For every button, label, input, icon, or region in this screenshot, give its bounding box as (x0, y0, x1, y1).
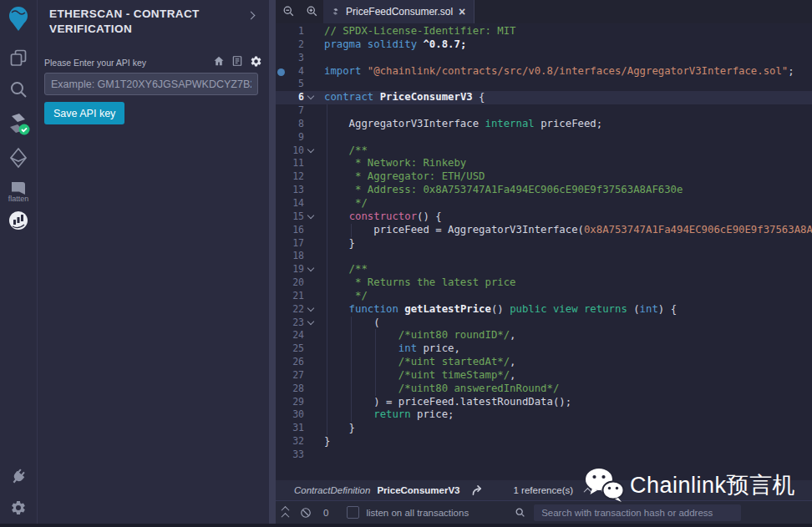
breakpoint-dot[interactable] (277, 68, 285, 76)
line-number: 32 (276, 435, 304, 448)
tab-filename: PriceFeedConsumer.sol (346, 6, 453, 18)
home-icon[interactable] (213, 55, 225, 67)
settings-gear-icon[interactable] (0, 499, 37, 516)
code-line[interactable]: 28 /*uint80 answeredInRound*/ (276, 383, 812, 396)
flattener-label: flatten (0, 195, 37, 203)
fold-chevron-icon[interactable] (304, 317, 317, 330)
code-line[interactable]: 23 ( (276, 317, 812, 330)
code-line[interactable]: 24 /*uint80 roundID*/, (276, 329, 812, 342)
tab-pricefeedconsumer[interactable]: PriceFeedConsumer.sol × (323, 0, 475, 23)
zoom-in-icon[interactable] (306, 5, 318, 18)
line-number: 14 (276, 197, 304, 210)
code-line[interactable]: 3 (276, 52, 812, 65)
line-number: 28 (276, 383, 304, 396)
code-line[interactable]: 16 priceFeed = AggregatorV3Interface(0x8… (276, 224, 812, 237)
terminal-search-icon (515, 507, 525, 518)
etherscan-logo-icon[interactable] (0, 210, 37, 231)
code-line[interactable]: 31 } (276, 422, 812, 435)
line-number: 33 (276, 448, 304, 462)
etherscan-plugin-logo-icon[interactable] (0, 5, 37, 35)
code-line[interactable]: 9 (276, 131, 812, 144)
api-key-label: Please Enter your API key (44, 58, 146, 68)
editor-tabbar: PriceFeedConsumer.sol × (276, 0, 812, 23)
fold-chevron-icon[interactable] (304, 263, 317, 276)
code-line[interactable]: 32} (276, 435, 812, 448)
api-key-input[interactable] (44, 73, 258, 95)
code-line[interactable]: 8 AggregatorV3Interface internal priceFe… (276, 118, 812, 131)
code-line[interactable]: 2pragma solidity ^0.8.7; (276, 38, 812, 52)
solidity-compiler-icon[interactable] (0, 111, 37, 136)
gear-icon[interactable] (250, 55, 262, 68)
panel-title: ETHERSCAN - CONTRACT VERIFICATION (49, 7, 237, 36)
code-line[interactable]: 7 (276, 104, 812, 118)
expand-terminal-icon[interactable] (282, 506, 288, 519)
code-line[interactable]: 11 * Network: Rinkeby (276, 157, 812, 170)
code-line[interactable]: 13 * Address: 0x8A753747A1Fa494EC906cE90… (276, 184, 812, 197)
line-number: 1 (276, 25, 304, 38)
search-icon[interactable] (0, 79, 37, 99)
code-line[interactable]: 20 * Returns the latest price (276, 276, 812, 290)
code-line[interactable]: 27 /*uint timeStamp*/, (276, 369, 812, 383)
bottom-edge (0, 524, 812, 527)
activity-bar: flatten (0, 0, 38, 527)
code-line[interactable]: 5 (276, 78, 812, 91)
line-number: 27 (276, 369, 304, 383)
go-to-references-icon[interactable] (471, 485, 485, 496)
code-line[interactable]: 25 int price, (276, 342, 812, 356)
code-line[interactable]: 15 constructor() { (276, 210, 812, 224)
code-line[interactable]: 1// SPDX-License-Identifier: MIT (276, 25, 812, 38)
fold-chevron-icon[interactable] (304, 144, 317, 158)
line-number: 23 (276, 317, 304, 330)
compile-success-badge (19, 124, 30, 135)
file-explorer-icon[interactable] (0, 48, 37, 68)
line-number: 16 (276, 224, 304, 237)
symbol-breadcrumb-bar: ContractDefinition PriceConsumerV3 1 ref… (276, 480, 812, 500)
previous-reference-icon[interactable] (584, 487, 592, 495)
tab-close-icon[interactable]: × (459, 6, 465, 18)
code-line[interactable]: 10 /** (276, 144, 812, 158)
save-api-key-button[interactable]: Save API key (44, 102, 124, 124)
line-number: 10 (276, 144, 304, 158)
panel-resize-handle[interactable] (269, 0, 276, 527)
code-line[interactable]: 4import "@chainlink/contracts/src/v0.8/i… (276, 65, 812, 79)
code-line[interactable]: 33 (276, 448, 812, 462)
receipt-icon[interactable] (231, 55, 243, 67)
line-number: 13 (276, 184, 304, 197)
code-line[interactable]: 18 (276, 250, 812, 263)
code-line[interactable]: 14 */ (276, 197, 812, 210)
reference-count: 1 reference(s) (513, 485, 573, 495)
clear-console-icon[interactable] (300, 507, 312, 519)
terminal-statusbar: 0 listen on all transactions (276, 500, 812, 524)
listen-all-transactions-checkbox[interactable] (347, 506, 359, 519)
code-editor[interactable]: 1// SPDX-License-Identifier: MIT2pragma … (276, 23, 812, 482)
transaction-search-input[interactable] (534, 504, 741, 521)
line-number: 2 (276, 38, 304, 52)
plugin-manager-icon[interactable] (0, 468, 37, 486)
panel-collapse-chevron-icon[interactable] (247, 12, 256, 20)
deploy-run-icon[interactable] (0, 147, 37, 169)
etherscan-verification-panel: ETHERSCAN - CONTRACT VERIFICATION Please… (38, 0, 269, 527)
fold-chevron-icon[interactable] (304, 210, 317, 224)
code-line[interactable]: 30 return price; (276, 408, 812, 422)
fold-chevron-icon[interactable] (304, 303, 317, 317)
code-line[interactable]: 12 * Aggregator: ETH/USD (276, 170, 812, 184)
zoom-out-icon[interactable] (282, 5, 295, 18)
next-reference-icon[interactable] (601, 486, 610, 494)
symbol-name[interactable]: PriceConsumerV3 (377, 485, 459, 495)
listen-all-transactions-label: listen on all transactions (366, 508, 469, 518)
line-number: 29 (276, 396, 304, 409)
code-line[interactable]: 17 } (276, 237, 812, 251)
editor-region: PriceFeedConsumer.sol × 1// SPDX-License… (276, 0, 812, 527)
code-line[interactable]: 21 */ (276, 290, 812, 303)
code-line[interactable]: 29 ) = priceFeed.latestRoundData(); (276, 396, 812, 409)
code-line[interactable]: 22 function getLatestPrice() public view… (276, 303, 812, 317)
fold-chevron-icon[interactable] (304, 91, 317, 104)
line-number: 7 (276, 104, 304, 118)
line-number: 12 (276, 170, 304, 184)
code-line[interactable]: 26 /*uint startedAt*/, (276, 356, 812, 369)
code-lines: 1// SPDX-License-Identifier: MIT2pragma … (276, 25, 812, 462)
solidity-file-icon (332, 6, 340, 18)
symbol-type: ContractDefinition (294, 485, 370, 495)
code-line[interactable]: 6contract PriceConsumerV3 { (276, 91, 812, 104)
code-line[interactable]: 19 /** (276, 263, 812, 276)
